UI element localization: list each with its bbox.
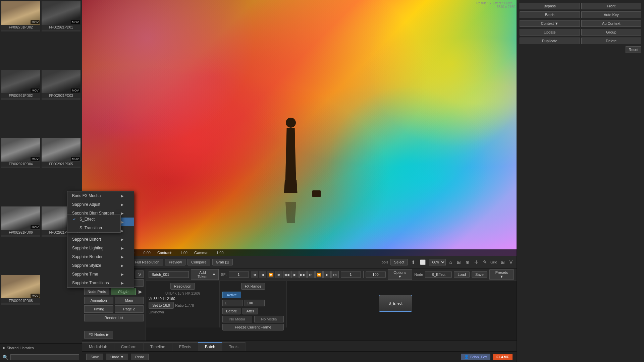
prev-key-btn[interactable]: ⏮ [275,271,282,278]
timecode-input[interactable] [341,272,361,278]
animation-btn[interactable]: Animation [84,297,113,304]
sub-s-effect[interactable]: S_Effect [67,215,120,224]
rectangle-icon[interactable]: ⬜ [419,259,427,265]
presets-btn[interactable]: Presets ▼ [489,269,514,280]
go-end-btn[interactable]: ⏭ [331,271,339,278]
grid-overlay-icon[interactable]: ⊕ [464,259,471,265]
tab-batch[interactable]: Batch [198,342,222,351]
context-btn[interactable]: Context ▼ [520,20,580,27]
compare-btn[interactable]: Compare [187,259,210,265]
pencil-icon[interactable]: ✎ [482,259,488,265]
media-thumb-6[interactable]: MOV FP002921PD05 [42,138,80,168]
au-context-btn[interactable]: Au Context [581,20,642,27]
next-key-btn[interactable]: ⏭ [307,271,315,278]
freeze-btn[interactable]: Freeze Current Frame [222,324,284,330]
duplicate-btn[interactable]: Duplicate [520,38,580,44]
shared-libraries[interactable]: ▶ Shared Libraries [0,343,82,352]
node-prefs-btn[interactable]: Node Prefs [84,288,109,295]
main-btn[interactable]: Main [115,297,144,304]
play-btn[interactable]: ▶ [291,271,299,278]
step-back-btn[interactable]: ◀◀ [283,271,290,278]
auto-key-btn[interactable]: Auto Key [581,11,642,18]
options-btn[interactable]: Options ▼ [388,269,413,280]
view-toggle-icon[interactable]: V [508,259,514,265]
ctx-sapphire-render[interactable]: Sapphire Render ▶ [67,252,134,261]
delete-btn[interactable]: Delete [581,38,642,44]
media-thumb-1[interactable]: MOV FP002781PD02 [1,1,40,32]
page2-btn[interactable]: Page 2 [115,305,144,313]
set-169-btn[interactable]: Set to 16:9 [149,302,174,309]
media-thumb-4[interactable]: MOV FP002921PD03 [42,70,80,100]
tab-conform[interactable]: Conform [114,342,144,351]
bypass-btn[interactable]: Bypass [520,3,580,9]
s-effect-node[interactable]: S_Effect [379,295,412,312]
plugin-arrow-icon[interactable]: ▶ [137,288,144,295]
crosshair-icon[interactable]: ✛ [473,259,480,265]
user-badge[interactable]: 👤 Brian_Fox [461,354,490,360]
ctx-boris-fx-mocha[interactable]: Boris FX Mocha ▶ [67,191,134,200]
update-btn[interactable]: Update [520,29,580,36]
sub-s-transition[interactable]: S_Transition [67,224,120,232]
fx-end-input[interactable] [245,300,265,306]
batch-btn-right[interactable]: Batch [520,11,580,18]
select-btn[interactable]: Select [390,259,408,265]
node-input[interactable] [425,272,452,278]
node-canvas[interactable]: S_Effect [287,281,517,327]
add-token-btn[interactable]: Add Token ▼ [191,269,219,280]
media-thumb-7[interactable]: MOV FP002921PD06 [1,206,40,237]
next-btn[interactable]: ⏩ [315,271,323,278]
ctx-sapphire-stylize[interactable]: Sapphire Stylize ▶ [67,261,134,270]
prev-frame-btn[interactable]: ◀ [259,271,266,278]
media-thumb-5[interactable]: MOV FP002921PD04 [1,138,40,168]
reset-btn[interactable]: Reset [626,46,641,53]
step-fwd-btn[interactable]: ▶▶ [299,271,307,278]
timeline-bar[interactable] [363,271,364,278]
s-button[interactable]: S [136,270,144,278]
prev-btn[interactable]: ⏪ [267,271,274,278]
tab-effects[interactable]: Effects [172,342,198,351]
end-timecode-input[interactable] [366,272,386,278]
tab-timeline[interactable]: Timeline [144,342,172,351]
media-thumb-9[interactable]: MOV FP002921PD08 [1,275,40,305]
fx-start-input[interactable] [222,300,243,306]
after-btn[interactable]: After [243,308,258,314]
fit-icon[interactable]: ⊞ [455,259,462,265]
fx-range-title-btn[interactable]: FX Range [241,283,265,290]
media-thumb-2[interactable]: MOV FP002921PD01 [42,1,80,32]
figure-reflection [277,196,304,223]
redo-btn[interactable]: Redo [131,354,148,360]
home-icon[interactable]: ⌂ [448,259,453,265]
cursor-icon[interactable]: ⬆ [410,259,417,265]
before-btn[interactable]: Before [222,308,240,314]
fx-nodes-btn[interactable]: FX Nodes ▶ [84,331,113,339]
full-resolution-btn[interactable]: Full Resolution [131,259,163,265]
plugin-btn[interactable]: Plugin [111,288,136,295]
ctx-sapphire-transitions[interactable]: Sapphire Transitions ▶ [67,279,134,287]
active-btn[interactable]: Active [222,292,241,298]
zoom-select[interactable]: 66% [429,259,446,265]
batch-name-input[interactable] [149,271,189,278]
load-btn[interactable]: Load [454,271,469,278]
group-btn[interactable]: Group [581,29,642,36]
tab-mediahub[interactable]: MediaHub [82,342,114,351]
save-btn-bottom[interactable]: Save [86,354,103,360]
next-frame-btn[interactable]: ▶ [323,271,331,278]
ctx-sapphire-time[interactable]: Sapphire Time ▶ [67,270,134,279]
grid-icon[interactable]: ⊞ [499,259,506,265]
sf-input[interactable] [229,272,249,278]
ctx-sapphire-lighting[interactable]: Sapphire Lighting ▶ [67,244,134,252]
preview-btn[interactable]: Preview [165,259,185,265]
go-start-btn[interactable]: ⏮ [251,271,258,278]
grab-btn[interactable]: Grab [1] [212,259,233,265]
ctx-sapphire-adjust[interactable]: Sapphire Adjust ▶ [67,200,134,209]
resolution-title-btn[interactable]: Resolution [170,283,195,290]
timing-btn[interactable]: Timing [84,305,113,313]
tab-tools[interactable]: Tools [222,342,246,351]
front-btn[interactable]: Front [581,3,642,9]
undo-btn[interactable]: Undo ▼ [106,354,128,360]
media-search-input[interactable] [10,354,79,360]
ctx-sapphire-distort[interactable]: Sapphire Distort ▶ [67,235,134,244]
save-btn[interactable]: Save [472,271,487,278]
render-list-btn[interactable]: Render List [84,314,144,321]
media-thumb-3[interactable]: MOV FP002921PD02 [1,70,40,100]
